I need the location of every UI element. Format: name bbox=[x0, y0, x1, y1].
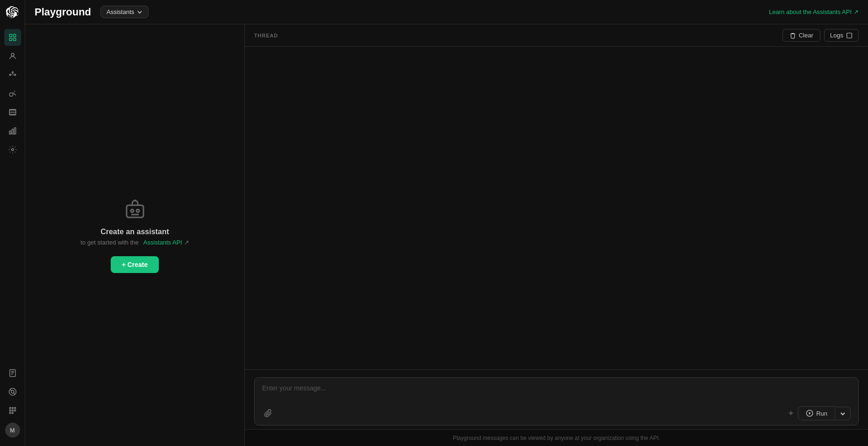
svg-point-5 bbox=[9, 74, 11, 76]
footer-text: Playground messages can be viewed by any… bbox=[453, 435, 660, 441]
svg-rect-0 bbox=[9, 34, 12, 36]
sidebar-item-settings[interactable] bbox=[4, 141, 21, 158]
sidebar-item-apps[interactable] bbox=[4, 402, 21, 419]
svg-rect-33 bbox=[127, 205, 143, 217]
svg-point-6 bbox=[12, 72, 13, 73]
clear-button[interactable]: Clear bbox=[783, 29, 820, 42]
message-input[interactable] bbox=[262, 384, 851, 401]
message-input-container: + Run bbox=[254, 377, 859, 425]
svg-point-28 bbox=[9, 410, 11, 411]
logo bbox=[5, 5, 21, 21]
svg-point-29 bbox=[12, 410, 13, 411]
svg-rect-13 bbox=[9, 131, 11, 134]
thread-body bbox=[245, 47, 868, 369]
sidebar: M bbox=[0, 0, 25, 446]
message-area: + Run bbox=[245, 369, 868, 429]
svg-rect-1 bbox=[13, 34, 15, 36]
sidebar-item-docs[interactable] bbox=[4, 365, 21, 381]
run-group: Run bbox=[798, 406, 851, 420]
sidebar-item-playground[interactable] bbox=[4, 29, 21, 46]
svg-point-35 bbox=[136, 209, 139, 212]
add-button[interactable]: + bbox=[784, 407, 798, 420]
learn-api-link[interactable]: Learn about the Assistants API ↗ bbox=[769, 8, 859, 15]
svg-rect-14 bbox=[12, 129, 13, 134]
svg-point-34 bbox=[131, 209, 134, 212]
svg-point-22 bbox=[11, 390, 14, 393]
learn-link-arrow: ↗ bbox=[854, 8, 859, 15]
input-toolbar: + Run bbox=[262, 406, 851, 420]
run-button[interactable]: Run bbox=[798, 406, 835, 420]
svg-line-23 bbox=[10, 389, 11, 391]
svg-point-26 bbox=[12, 407, 13, 409]
thread-header: THREAD Clear Logs bbox=[245, 24, 868, 47]
svg-rect-3 bbox=[13, 38, 15, 41]
thread-label: THREAD bbox=[254, 33, 278, 38]
svg-point-32 bbox=[12, 412, 13, 414]
footer: Playground messages can be viewed by any… bbox=[245, 429, 868, 446]
sidebar-nav-bottom: M bbox=[4, 365, 21, 441]
sidebar-item-usage[interactable] bbox=[4, 122, 21, 139]
topbar: Playground Assistants Learn about the As… bbox=[25, 0, 868, 24]
dropdown-label: Assistants bbox=[107, 8, 134, 15]
sidebar-item-hub[interactable] bbox=[4, 383, 21, 400]
api-link-arrow: ↗ bbox=[184, 239, 189, 246]
run-dropdown-button[interactable] bbox=[835, 407, 851, 420]
sidebar-nav-top bbox=[4, 29, 21, 365]
svg-rect-15 bbox=[14, 128, 15, 134]
sidebar-item-api-keys[interactable] bbox=[4, 85, 21, 102]
svg-point-27 bbox=[14, 407, 15, 409]
svg-point-11 bbox=[9, 93, 13, 97]
content-area: Create an assistant to get started with … bbox=[25, 24, 868, 446]
svg-point-4 bbox=[11, 53, 14, 56]
page-title: Playground bbox=[35, 6, 91, 18]
avatar[interactable]: M bbox=[5, 423, 20, 438]
assistants-dropdown[interactable]: Assistants bbox=[100, 6, 149, 18]
svg-marker-39 bbox=[809, 412, 811, 414]
assistants-api-link[interactable]: Assistants API bbox=[143, 239, 182, 246]
sidebar-item-assistants[interactable] bbox=[4, 48, 21, 65]
svg-line-24 bbox=[14, 393, 15, 394]
svg-point-30 bbox=[14, 410, 15, 411]
svg-rect-37 bbox=[847, 33, 852, 38]
svg-point-25 bbox=[9, 407, 11, 409]
sidebar-item-storage[interactable] bbox=[4, 104, 21, 121]
sidebar-item-fine-tuning[interactable] bbox=[4, 66, 21, 83]
assistant-panel: Create an assistant to get started with … bbox=[25, 24, 245, 446]
thread-actions: Clear Logs bbox=[783, 29, 859, 42]
svg-point-16 bbox=[11, 149, 14, 151]
create-assistant-subtitle: to get started with the Assistants API ↗ bbox=[80, 239, 189, 246]
create-assistant-button[interactable]: + Create bbox=[111, 256, 159, 273]
robot-icon bbox=[124, 198, 146, 220]
svg-point-31 bbox=[9, 412, 11, 414]
svg-rect-2 bbox=[9, 38, 12, 41]
learn-link-text: Learn about the Assistants API bbox=[769, 8, 852, 15]
thread-panel: THREAD Clear Logs bbox=[245, 24, 868, 446]
svg-point-7 bbox=[14, 74, 15, 76]
attach-button[interactable] bbox=[262, 407, 274, 419]
create-assistant-title: Create an assistant bbox=[100, 228, 169, 236]
logs-button[interactable]: Logs bbox=[824, 29, 859, 42]
main-content: Playground Assistants Learn about the As… bbox=[25, 0, 868, 446]
